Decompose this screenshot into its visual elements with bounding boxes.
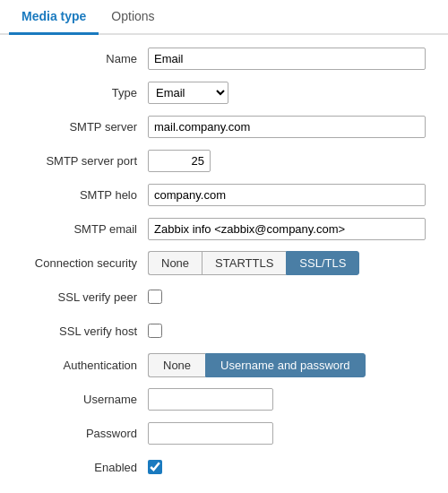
enabled-checkbox[interactable] — [148, 460, 162, 474]
ssl-verify-host-checkbox[interactable] — [148, 324, 162, 338]
security-btn-group: None STARTTLS SSL/TLS — [148, 251, 439, 275]
name-row: Name — [9, 46, 439, 71]
password-label: Password — [9, 427, 148, 440]
username-field-wrap — [148, 388, 439, 411]
type-select-wrap: Email SMS Script Jabber — [148, 82, 439, 104]
smtp-helo-field-wrap — [148, 184, 439, 206]
auth-username-password-button[interactable]: Username and password — [205, 353, 366, 377]
enabled-row: Enabled — [9, 454, 439, 480]
smtp-email-input[interactable] — [148, 218, 426, 240]
username-input[interactable] — [148, 388, 273, 411]
smtp-email-row: SMTP email — [9, 216, 439, 241]
smtp-email-field-wrap — [148, 218, 439, 240]
ssl-verify-host-row: SSL verify host — [9, 318, 439, 343]
authentication-row: Authentication None Username and passwor… — [9, 352, 439, 377]
security-ssltls-button[interactable]: SSL/TLS — [286, 251, 359, 275]
smtp-port-label: SMTP server port — [9, 154, 148, 168]
smtp-server-row: SMTP server — [9, 114, 439, 139]
type-label: Type — [9, 86, 148, 99]
security-starttls-button[interactable]: STARTTLS — [202, 251, 286, 275]
name-input[interactable] — [148, 48, 426, 70]
ssl-verify-peer-row: SSL verify peer — [9, 284, 439, 309]
password-field-wrap — [148, 422, 439, 445]
type-row: Type Email SMS Script Jabber — [9, 80, 439, 105]
name-label: Name — [9, 52, 148, 65]
smtp-server-field-wrap — [148, 116, 439, 138]
security-none-button[interactable]: None — [148, 251, 202, 275]
form-container: Name Type Email SMS Script Jabber SMTP s… — [0, 35, 448, 493]
type-select[interactable]: Email SMS Script Jabber — [148, 82, 228, 104]
connection-security-row: Connection security None STARTTLS SSL/TL… — [9, 250, 439, 275]
auth-none-button[interactable]: None — [148, 353, 205, 377]
username-label: Username — [9, 393, 148, 406]
smtp-port-input[interactable] — [148, 150, 211, 172]
smtp-helo-label: SMTP helo — [9, 188, 148, 202]
smtp-helo-row: SMTP helo — [9, 182, 439, 207]
authentication-group: None Username and password — [148, 353, 439, 377]
connection-security-label: Connection security — [9, 256, 148, 270]
ssl-verify-peer-wrap — [148, 290, 439, 304]
ssl-verify-host-wrap — [148, 324, 439, 338]
smtp-email-label: SMTP email — [9, 222, 148, 236]
enabled-wrap — [148, 460, 439, 474]
ssl-verify-peer-label: SSL verify peer — [9, 290, 148, 304]
username-row: Username — [9, 386, 439, 411]
tab-options[interactable]: Options — [99, 0, 167, 35]
connection-security-group: None STARTTLS SSL/TLS — [148, 251, 439, 275]
enabled-label: Enabled — [9, 461, 148, 474]
auth-btn-group: None Username and password — [148, 353, 439, 377]
smtp-port-row: SMTP server port — [9, 148, 439, 173]
name-field-wrap — [148, 48, 439, 70]
smtp-server-input[interactable] — [148, 116, 426, 138]
smtp-helo-input[interactable] — [148, 184, 426, 206]
authentication-label: Authentication — [9, 359, 148, 372]
smtp-server-label: SMTP server — [9, 120, 148, 134]
ssl-verify-host-label: SSL verify host — [9, 324, 148, 338]
tab-media-type[interactable]: Media type — [9, 0, 99, 35]
smtp-port-field-wrap — [148, 150, 439, 172]
password-row: Password — [9, 420, 439, 445]
ssl-verify-peer-checkbox[interactable] — [148, 290, 162, 304]
tabs-bar: Media type Options — [0, 0, 448, 35]
password-input[interactable] — [148, 422, 273, 445]
